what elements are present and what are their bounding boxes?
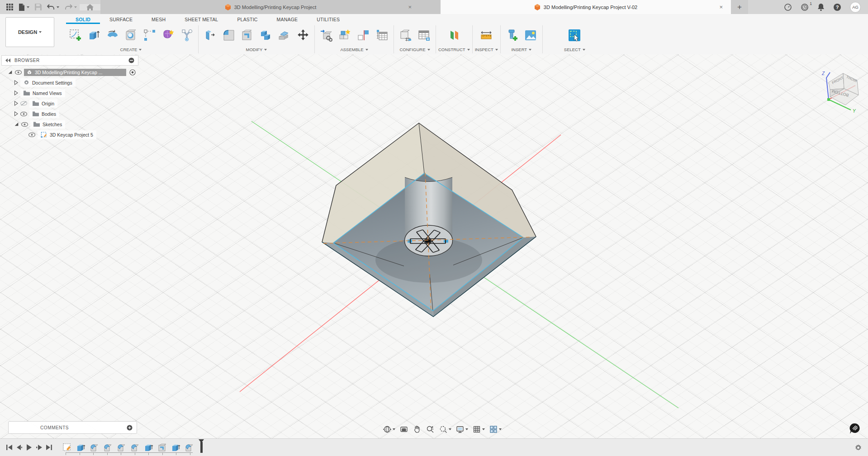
tab-utilities[interactable]: UTILITIES	[307, 15, 349, 24]
in-canvas-feedback-icon[interactable]	[849, 423, 860, 435]
orbit-icon[interactable]	[381, 424, 397, 435]
insert-canvas-icon[interactable]	[522, 25, 540, 45]
new-component-icon[interactable]	[336, 25, 354, 45]
tab-manage[interactable]: MANAGE	[267, 15, 308, 24]
minimize-panel-icon[interactable]	[128, 57, 134, 63]
extrude-icon[interactable]	[85, 25, 103, 45]
group-label-assemble[interactable]: ASSEMBLE	[340, 47, 368, 52]
new-tab-button[interactable]: +	[731, 0, 748, 14]
tab-plastic[interactable]: PLASTIC	[228, 15, 267, 24]
extensions-icon[interactable]	[784, 3, 792, 11]
browser-row-sketch-child[interactable]: 3D Keycap Project 5	[1, 129, 138, 140]
timeline-feature-fillet-icon[interactable]	[116, 442, 127, 453]
timeline-feature-fillet-icon[interactable]	[184, 442, 194, 453]
browser-row-named-views[interactable]: Named Views	[1, 88, 138, 98]
browser-row-sketches[interactable]: Sketches	[1, 119, 138, 129]
window-zoom-icon[interactable]	[437, 424, 453, 435]
go-to-start-icon[interactable]	[6, 445, 12, 450]
timeline-feature-extrude-icon[interactable]	[76, 442, 86, 453]
timeline-feature-extrude-icon[interactable]	[143, 442, 154, 453]
shell-icon[interactable]	[238, 25, 256, 45]
close-tab-icon[interactable]: ×	[719, 4, 723, 10]
construction-plane-icon[interactable]	[445, 25, 463, 45]
collapse-panel-icon[interactable]	[5, 58, 11, 62]
undo-icon[interactable]	[44, 0, 62, 14]
group-label-inspect[interactable]: INSPECT	[475, 47, 498, 52]
app-grid-icon[interactable]	[4, 0, 16, 14]
timeline-feature-sketch-icon[interactable]	[62, 442, 72, 453]
configuration-table-icon[interactable]	[415, 25, 433, 45]
group-label-select[interactable]: SELECT	[564, 47, 585, 52]
group-label-configure[interactable]: CONFIGURE	[400, 47, 430, 52]
press-pull-icon[interactable]	[201, 25, 219, 45]
go-to-end-icon[interactable]	[46, 445, 52, 450]
document-tab-2[interactable]: 3D Modelling/Printing Keycap Project V-0…	[441, 0, 731, 14]
move-copy-icon[interactable]	[294, 25, 312, 45]
expander-collapsed-icon[interactable]	[14, 90, 18, 95]
visibility-eye-icon[interactable]	[15, 70, 22, 75]
browser-row-origin[interactable]: Origin	[1, 98, 138, 109]
display-settings-icon[interactable]	[454, 424, 470, 435]
visibility-eye-icon[interactable]	[28, 133, 35, 137]
add-comment-icon[interactable]	[127, 425, 133, 431]
step-forward-icon[interactable]	[36, 445, 42, 450]
timeline-playhead[interactable]	[199, 439, 204, 453]
visibility-off-eye-icon[interactable]	[20, 101, 27, 106]
look-at-icon[interactable]	[398, 424, 410, 435]
browser-row-document-settings[interactable]: Document Settings	[1, 77, 138, 88]
insert-fastener-icon[interactable]	[503, 25, 522, 45]
viewport-canvas[interactable]: BROWSER 3D Modelling/Printing Keycap ...…	[0, 54, 868, 439]
file-menu-icon[interactable]	[16, 0, 32, 14]
viewcube[interactable]: Z Y FRONT RIGHT BOTTOM	[816, 61, 863, 114]
step-back-icon[interactable]	[16, 445, 22, 450]
save-icon[interactable]	[32, 0, 44, 14]
document-tab-1[interactable]: 3D Modelling/Printing Keycap Project ×	[100, 0, 441, 14]
combine-icon[interactable]	[256, 25, 275, 45]
tab-mesh[interactable]: MESH	[142, 15, 175, 24]
timeline-feature-fillet-icon[interactable]	[103, 442, 113, 453]
browser-header[interactable]: BROWSER	[1, 55, 138, 66]
select-icon[interactable]	[565, 25, 584, 45]
timeline-feature-extrude-icon[interactable]	[171, 442, 181, 453]
home-view-icon[interactable]	[80, 4, 100, 10]
expander-collapsed-icon[interactable]	[14, 80, 18, 85]
comments-bar[interactable]: COMMENTS	[8, 421, 137, 434]
avatar[interactable]: AG	[850, 2, 861, 13]
browser-row-bodies[interactable]: Bodies	[1, 109, 138, 119]
close-tab-icon[interactable]: ×	[408, 4, 412, 10]
group-label-create[interactable]: CREATE	[120, 47, 142, 52]
visibility-eye-icon[interactable]	[20, 112, 27, 116]
timeline-feature-fillet-icon[interactable]	[130, 442, 140, 453]
expander-expanded-icon[interactable]	[8, 70, 13, 75]
group-label-construct[interactable]: CONSTRUCT	[438, 47, 470, 52]
selection-set-icon[interactable]	[354, 25, 373, 45]
group-label-modify[interactable]: MODIFY	[246, 47, 267, 52]
job-status-icon[interactable]: 1	[801, 3, 809, 11]
bom-table-icon[interactable]	[373, 25, 391, 45]
revolve-icon[interactable]	[103, 25, 122, 45]
generative-design-icon[interactable]	[177, 25, 196, 45]
timeline-settings-gear-icon[interactable]	[854, 444, 862, 451]
tab-solid[interactable]: SOLID	[66, 15, 100, 24]
help-icon[interactable]: ?	[833, 3, 841, 11]
tab-sheet-metal[interactable]: SHEET METAL	[175, 15, 228, 24]
visibility-eye-icon[interactable]	[21, 122, 28, 127]
expander-collapsed-icon[interactable]	[14, 111, 18, 116]
configure-feature-icon[interactable]	[396, 25, 415, 45]
browser-row-root[interactable]: 3D Modelling/Printing Keycap ...	[1, 67, 138, 77]
split-body-icon[interactable]	[275, 25, 294, 45]
pattern-icon[interactable]	[140, 25, 159, 45]
timeline-feature-fillet-icon[interactable]	[89, 442, 100, 453]
grid-display-icon[interactable]	[471, 424, 486, 435]
redo-icon[interactable]	[62, 0, 80, 14]
timeline-feature-shell-icon[interactable]	[157, 442, 167, 453]
hole-icon[interactable]	[122, 25, 140, 45]
play-icon[interactable]	[26, 444, 32, 451]
insert-derive-icon[interactable]	[317, 25, 336, 45]
group-label-insert[interactable]: INSERT	[511, 47, 531, 52]
create-form-icon[interactable]	[159, 25, 177, 45]
fillet-icon[interactable]	[219, 25, 238, 45]
viewports-icon[interactable]	[488, 424, 503, 435]
root-node[interactable]: 3D Modelling/Printing Keycap ...	[24, 69, 126, 76]
tab-surface[interactable]: SURFACE	[100, 15, 142, 24]
